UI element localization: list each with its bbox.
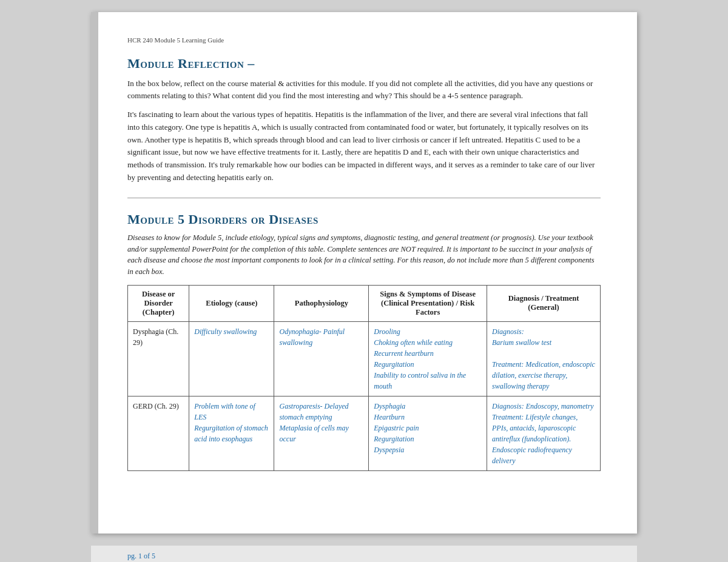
cell-signs-1: Drooling Choking often while eating Recu… [369,321,487,396]
reflection-title: Module Reflection – [127,56,601,72]
section-divider [127,198,601,198]
cell-diag-1: Diagnosis: Barium swallow test Treatment… [487,321,601,396]
table-row: Dysphagia (Ch. 29) Difficulty swallowing… [128,321,601,396]
col-header-signs: Signs & Symptoms of Disease (Clinical Pr… [369,285,487,321]
col-header-disease: Disease or Disorder (Chapter) [128,285,189,321]
header-label: HCR 240 Module 5 Learning Guide [127,36,601,44]
page-container: HCR 240 Module 5 Learning Guide Module R… [91,12,637,534]
col-header-etiology: Etiology (cause) [189,285,274,321]
cell-patho-1: Odynophagia- Painful swallowing [274,321,369,396]
cell-patho-2: Gastroparesis- Delayed stomach emptying … [274,396,369,470]
disorders-table: Disease or Disorder (Chapter) Etiology (… [127,285,601,471]
col-header-diag: Diagnosis / Treatment (General) [487,285,601,321]
cell-signs-2: Dysphagia Heartburn Epigastric pain Regu… [369,396,487,470]
cell-disease-1: Dysphagia (Ch. 29) [128,321,189,396]
disorders-intro: Diseases to know for Module 5, include e… [127,232,601,278]
page-label: pg. 1 of 5 [127,552,155,560]
col-header-patho: Pathophysiology [274,285,369,321]
cell-etiology-2: Problem with tone of LES Regurgitation o… [189,396,274,470]
cell-etiology-1: Difficulty swallowing [189,321,274,396]
reflection-body: It's fascinating to learn about the vari… [127,109,601,184]
cell-diag-2: Diagnosis: Endoscopy, manometry Treatmen… [487,396,601,470]
table-row: GERD (Ch. 29) Problem with tone of LES R… [128,396,601,470]
cell-disease-2: GERD (Ch. 29) [128,396,189,470]
disorders-title: Module 5 Disorders or Diseases [127,212,601,227]
left-bar [91,12,98,534]
reflection-intro: In the box below, reflect on the course … [127,78,601,101]
footer-bar: pg. 1 of 5 [91,546,637,562]
